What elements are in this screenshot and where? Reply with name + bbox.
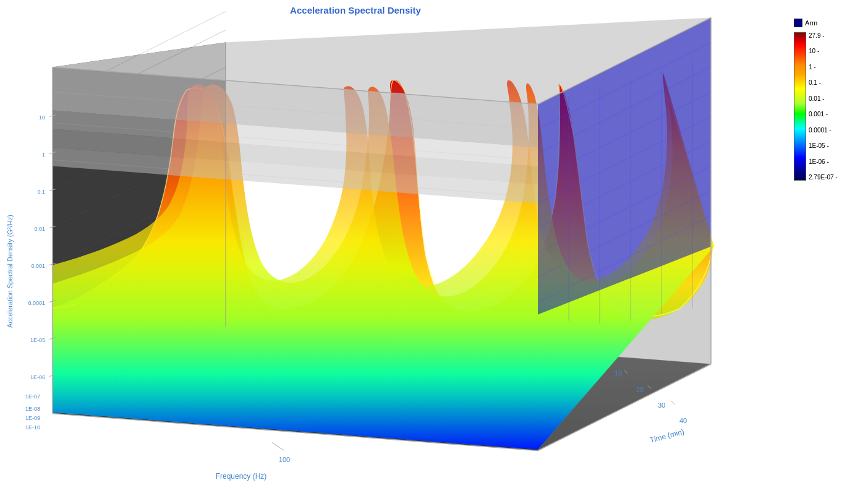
colorbar-label-1: 10 - [809, 48, 838, 54]
svg-line-73 [272, 443, 284, 451]
svg-text:1: 1 [42, 152, 45, 158]
svg-text:0.001: 0.001 [31, 263, 45, 269]
colorbar-label-4: 0.01 - [809, 95, 838, 102]
colorbar-label-9: 2.79E-07 - [809, 174, 838, 181]
3d-surface-plot: 10 1 0.1 0.01 0.001 0.0001 1E-05 1E-06 1… [0, 0, 773, 493]
svg-text:1E-07: 1E-07 [25, 393, 40, 400]
svg-text:40: 40 [679, 417, 687, 424]
svg-text:30: 30 [658, 401, 665, 409]
chart-container: Acceleration Spectral Density [0, 0, 868, 493]
legend-arm-label: Arm [805, 19, 817, 27]
svg-text:20: 20 [636, 386, 644, 393]
svg-text:10: 10 [39, 114, 45, 121]
svg-text:1E-10: 1E-10 [25, 424, 40, 431]
svg-text:Time (min): Time (min) [649, 427, 686, 445]
colorbar-label-8: 1E-06 - [809, 158, 838, 165]
svg-text:1E-06: 1E-06 [30, 374, 45, 380]
svg-text:100: 100 [279, 456, 290, 463]
colorbar: 27.9 - 10 - 1 - 0.1 - 0.01 - 0.001 - 0.0… [794, 32, 862, 181]
svg-text:1E-09: 1E-09 [25, 415, 40, 421]
svg-text:0.1: 0.1 [37, 189, 45, 195]
colorbar-gradient [794, 32, 806, 181]
legend-arm-color-box [794, 19, 802, 27]
svg-text:1E-08: 1E-08 [25, 406, 40, 412]
colorbar-label-0: 27.9 - [809, 32, 838, 39]
legend-arm-row: Arm [794, 19, 862, 27]
colorbar-label-7: 1E-05 - [809, 142, 838, 149]
legend-container: Arm 27.9 - 10 - 1 - 0.1 - 0.01 - 0.001 -… [794, 19, 862, 204]
colorbar-label-5: 0.001 - [809, 111, 838, 118]
svg-text:1E-05: 1E-05 [30, 337, 45, 343]
svg-line-76 [671, 401, 674, 405]
colorbar-label-2: 1 - [809, 64, 838, 71]
svg-text:0.01: 0.01 [34, 226, 45, 232]
svg-text:Acceleration Spectral Density : Acceleration Spectral Density (G²/Hz) [6, 215, 14, 328]
colorbar-label-3: 0.1 - [809, 79, 838, 86]
svg-text:Frequency (Hz): Frequency (Hz) [216, 472, 267, 481]
colorbar-labels: 27.9 - 10 - 1 - 0.1 - 0.01 - 0.001 - 0.0… [809, 32, 838, 181]
svg-text:0.0001: 0.0001 [28, 300, 45, 306]
colorbar-label-6: 0.0001 - [809, 127, 838, 134]
svg-text:10: 10 [615, 369, 622, 377]
